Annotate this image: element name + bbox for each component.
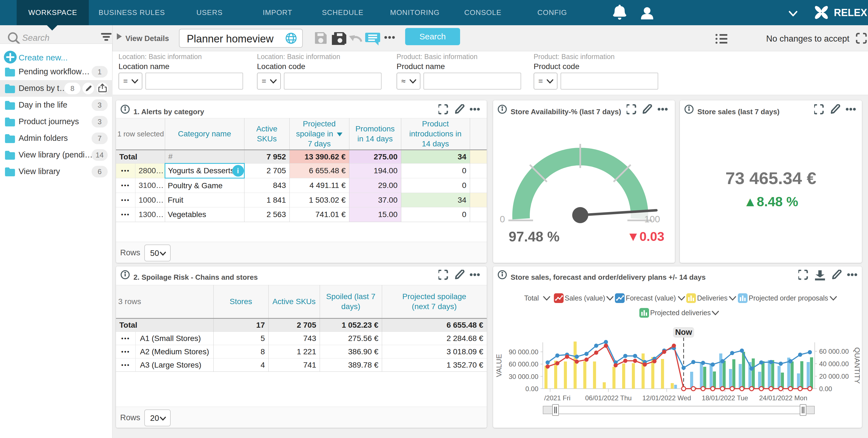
svg-text:24/01/2022 Mon: 24/01/2022 Mon xyxy=(759,394,807,402)
svg-text:Projected deliveries: Projected deliveries xyxy=(650,309,711,316)
svg-text:/2021 Fri: /2021 Fri xyxy=(544,394,570,402)
svg-text:Sales (value): Sales (value) xyxy=(565,294,605,302)
svg-text:QUANTITY: QUANTITY xyxy=(853,347,861,384)
svg-text:100: 100 xyxy=(644,214,660,224)
svg-text:0.00: 0.00 xyxy=(819,385,832,393)
svg-text:▼0.03: ▼0.03 xyxy=(627,229,664,244)
svg-text:20 000.00: 20 000.00 xyxy=(819,373,849,380)
svg-text:Deliveries: Deliveries xyxy=(697,294,727,302)
svg-text:12/01/2022 Wed: 12/01/2022 Wed xyxy=(642,394,691,402)
svg-text:Search: Search xyxy=(22,33,50,43)
svg-text:90 000.00: 90 000.00 xyxy=(509,348,538,356)
svg-text:0.00: 0.00 xyxy=(525,385,538,393)
svg-text:30 000.00: 30 000.00 xyxy=(509,373,538,380)
svg-text:RELEX: RELEX xyxy=(834,7,867,18)
svg-text:06/01/2022 Thu: 06/01/2022 Thu xyxy=(585,394,632,402)
svg-text:Total: Total xyxy=(524,294,539,302)
svg-text:0: 0 xyxy=(500,214,505,224)
svg-text:40 000.00: 40 000.00 xyxy=(819,360,849,368)
svg-text:60 000.00: 60 000.00 xyxy=(509,360,538,368)
svg-text:VALUE: VALUE xyxy=(495,354,503,377)
svg-text:97.48 %: 97.48 % xyxy=(509,229,559,244)
svg-text:18/01/2022 Tue: 18/01/2022 Tue xyxy=(702,394,748,402)
svg-text:Now: Now xyxy=(675,328,692,337)
svg-text:60 000.00: 60 000.00 xyxy=(819,348,849,355)
svg-text:Projected order proposals: Projected order proposals xyxy=(749,294,828,302)
svg-text:Forecast (value): Forecast (value) xyxy=(626,294,676,302)
